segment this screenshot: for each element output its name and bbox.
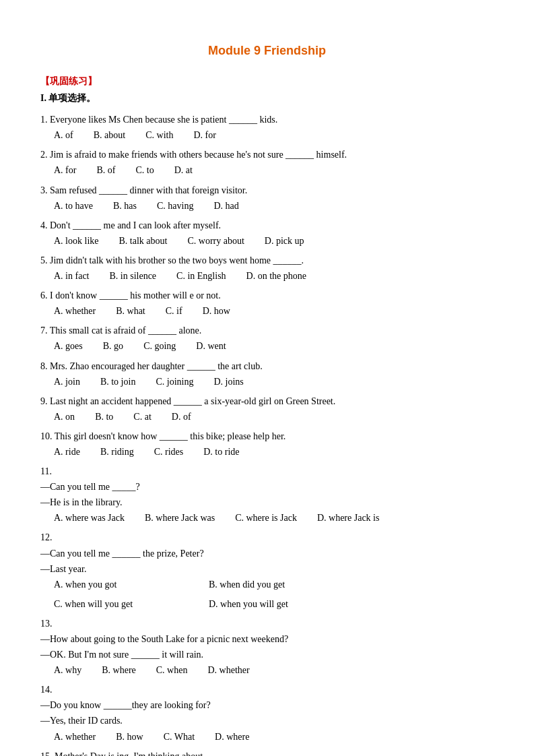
- question-number: 13.: [40, 619, 53, 629]
- question-text: —Can you tell me _____?: [40, 479, 494, 495]
- question-text: 8. Mrs. Zhao encouraged her daughter ___…: [40, 358, 494, 374]
- option: C. to: [135, 162, 154, 178]
- question-item: 7. This small cat is afraid of ______ al…: [40, 323, 494, 354]
- page-title: Module 9 Friendship: [40, 40, 494, 61]
- option: C. going: [143, 338, 176, 354]
- question-item: 11. —Can you tell me _____?—He is in the…: [40, 464, 494, 526]
- option: B. to: [95, 409, 113, 424]
- question-item: 15. Mother's Day is ing. I'm thinking ab…: [40, 749, 494, 756]
- question-text: 10. This girl doesn't know how ______ th…: [40, 429, 494, 444]
- section-label: I. 单项选择。: [40, 90, 494, 106]
- question-text: 7. This small cat is afraid of ______ al…: [40, 323, 494, 338]
- option: A. of: [54, 127, 73, 143]
- question-number: 12.: [40, 532, 53, 542]
- option: D. to ride: [203, 444, 239, 460]
- option: C. when: [156, 662, 188, 678]
- question-text: —How about going to the South Lake for a…: [40, 631, 494, 647]
- option: D. had: [213, 198, 238, 214]
- options-row: A. forB. ofC. toD. at: [54, 162, 494, 178]
- options-row: A. joinB. to joinC. joiningD. joins: [54, 374, 494, 389]
- question-text: —OK. But I'm not sure ______ it will rai…: [40, 647, 494, 662]
- question-text: —He is in the library.: [40, 495, 494, 510]
- option: A. ride: [54, 444, 80, 460]
- question-text: 9. Last night an accident happened _____…: [40, 393, 494, 409]
- option: D. for: [193, 127, 215, 143]
- question-text: —Yes, their ID cards.: [40, 713, 494, 728]
- option: B. to join: [100, 374, 136, 389]
- question-number: 14.: [40, 685, 53, 695]
- option: D. joins: [213, 374, 243, 389]
- option: C. where is Jack: [235, 510, 297, 526]
- question-item: 12. —Can you tell me ______ the prize, P…: [40, 530, 494, 611]
- option: A. for: [54, 162, 76, 178]
- option: C. when will you get: [54, 596, 189, 612]
- question-text: 2. Jim is afraid to make friends with ot…: [40, 147, 494, 162]
- options-row: A. where was JackB. where Jack wasC. whe…: [54, 510, 494, 526]
- options-row: A. goesB. goC. goingD. went: [54, 338, 494, 354]
- questions-list: 1. Everyone likes Ms Chen because she is…: [40, 112, 494, 756]
- options-row: A. when you gotB. when did you get: [54, 577, 494, 592]
- option: A. on: [54, 409, 75, 424]
- question-text: —Last year.: [40, 561, 494, 577]
- option: A. to have: [54, 198, 93, 214]
- option: D. when you will get: [209, 596, 343, 612]
- question-item: 10. This girl doesn't know how ______ th…: [40, 429, 494, 460]
- option: B. when did you get: [209, 577, 343, 592]
- question-item: 6. I don't know ______ his mother will e…: [40, 288, 494, 319]
- question-text: 6. I don't know ______ his mother will e…: [40, 288, 494, 303]
- option: D. how: [203, 303, 230, 319]
- option: B. of: [96, 162, 115, 178]
- question-text: 5. Jim didn't talk with his brother so t…: [40, 253, 494, 268]
- option: C. in English: [176, 268, 226, 284]
- option: A. goes: [54, 338, 83, 354]
- options-row: A. to haveB. hasC. havingD. had: [54, 198, 494, 214]
- question-text: —Can you tell me ______ the prize, Peter…: [40, 546, 494, 561]
- question-item: 1. Everyone likes Ms Chen because she is…: [40, 112, 494, 143]
- option: B. riding: [100, 444, 134, 460]
- options-row: A. in factB. in silenceC. in EnglishD. o…: [54, 268, 494, 284]
- question-item: 9. Last night an accident happened _____…: [40, 393, 494, 424]
- option: B. what: [116, 303, 145, 319]
- option: C. at: [133, 409, 151, 424]
- option: B. where: [102, 662, 136, 678]
- option: B. go: [103, 338, 123, 354]
- option: D. whether: [207, 662, 249, 678]
- section-header: 【巩固练习】: [40, 73, 494, 90]
- question-item: 2. Jim is afraid to make friends with ot…: [40, 147, 494, 178]
- options-row: A. look likeB. talk aboutC. worry aboutD…: [54, 233, 494, 249]
- option: A. join: [54, 374, 80, 389]
- question-text: 3. Sam refused ______ dinner with that f…: [40, 183, 494, 198]
- options-row: A. whetherB. howC. WhatD. where: [54, 729, 494, 745]
- option: B. about: [94, 127, 125, 143]
- option: D. at: [174, 162, 193, 178]
- question-number: 11.: [40, 466, 52, 476]
- options-row: A. rideB. ridingC. ridesD. to ride: [54, 444, 494, 460]
- question-text: 1. Everyone likes Ms Chen because she is…: [40, 112, 494, 127]
- question-item: 3. Sam refused ______ dinner with that f…: [40, 183, 494, 214]
- option: A. when you got: [54, 577, 189, 592]
- option: C. What: [164, 729, 195, 745]
- option: D. pick up: [265, 233, 304, 249]
- option: A. in fact: [54, 268, 89, 284]
- question-item: 14. —Do you know ______they are looking …: [40, 682, 494, 744]
- option: A. whether: [54, 729, 96, 745]
- question-text: —Do you know ______they are looking for?: [40, 697, 494, 713]
- option: C. with: [145, 127, 173, 143]
- option: C. having: [157, 198, 193, 214]
- option: D. of: [172, 409, 191, 424]
- options-row: A. ofB. aboutC. withD. for: [54, 127, 494, 143]
- option: A. where was Jack: [54, 510, 125, 526]
- option: A. look like: [54, 233, 99, 249]
- options-row: A. onB. toC. atD. of: [54, 409, 494, 424]
- question-text: 4. Don't ______ me and I can look after …: [40, 218, 494, 233]
- option: C. rides: [154, 444, 184, 460]
- option: A. whether: [54, 303, 96, 319]
- option: C. if: [166, 303, 182, 319]
- question-item: 13. —How about going to the South Lake f…: [40, 616, 494, 678]
- option: D. where: [215, 729, 249, 745]
- option: A. why: [54, 662, 81, 678]
- question-item: 8. Mrs. Zhao encouraged her daughter ___…: [40, 358, 494, 389]
- option: C. joining: [156, 374, 193, 389]
- option: B. talk about: [119, 233, 168, 249]
- option: C. worry about: [187, 233, 244, 249]
